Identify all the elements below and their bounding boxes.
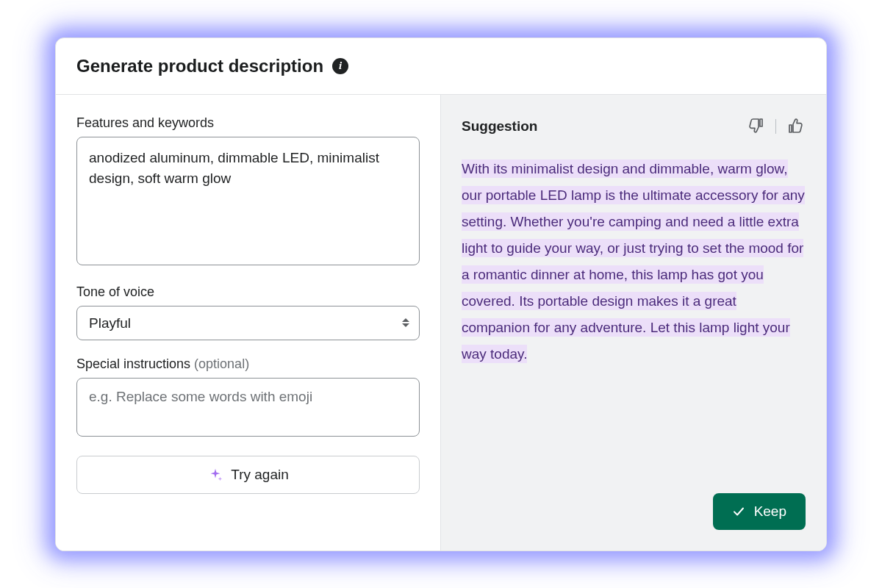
keep-button[interactable]: Keep <box>713 493 806 530</box>
special-instructions-input[interactable] <box>76 378 420 437</box>
suggestion-text: With its minimalist design and dimmable,… <box>462 156 806 368</box>
sparkle-icon <box>207 467 223 483</box>
info-icon[interactable]: i <box>332 58 348 74</box>
features-input[interactable]: anodized aluminum, dimmable LED, minimal… <box>76 137 420 265</box>
tone-group: Tone of voice Playful <box>76 284 420 340</box>
form-pane: Features and keywords anodized aluminum,… <box>56 95 441 551</box>
features-group: Features and keywords anodized aluminum,… <box>76 115 420 268</box>
features-label: Features and keywords <box>76 115 420 131</box>
tone-label: Tone of voice <box>76 284 420 300</box>
suggestion-highlight: With its minimalist design and dimmable,… <box>462 159 805 364</box>
thumbs-up-icon <box>786 117 804 135</box>
special-label-optional: (optional) <box>194 356 249 371</box>
thumbs-down-icon <box>747 117 765 135</box>
check-icon <box>732 505 745 518</box>
suggestion-title: Suggestion <box>462 118 537 135</box>
feedback-divider <box>775 119 776 134</box>
special-group: Special instructions (optional) <box>76 356 420 440</box>
card-title: Generate product description <box>76 56 323 76</box>
generate-description-card: Generate product description i Features … <box>55 37 827 551</box>
card-body: Features and keywords anodized aluminum,… <box>56 95 826 551</box>
special-label-main: Special instructions <box>76 356 194 371</box>
suggestion-header: Suggestion <box>462 115 806 138</box>
feedback-group <box>746 115 806 138</box>
special-label: Special instructions (optional) <box>76 356 420 372</box>
tone-select-wrapper: Playful <box>76 306 420 340</box>
suggestion-pane: Suggestion With its mi <box>441 95 826 551</box>
thumbs-down-button[interactable] <box>746 115 767 138</box>
keep-label: Keep <box>754 503 786 520</box>
thumbs-up-button[interactable] <box>785 115 806 138</box>
try-again-button[interactable]: Try again <box>76 456 420 494</box>
try-again-label: Try again <box>231 467 289 483</box>
tone-select[interactable]: Playful <box>76 306 420 340</box>
suggestion-footer: Keep <box>462 493 806 530</box>
card-header: Generate product description i <box>56 38 826 95</box>
